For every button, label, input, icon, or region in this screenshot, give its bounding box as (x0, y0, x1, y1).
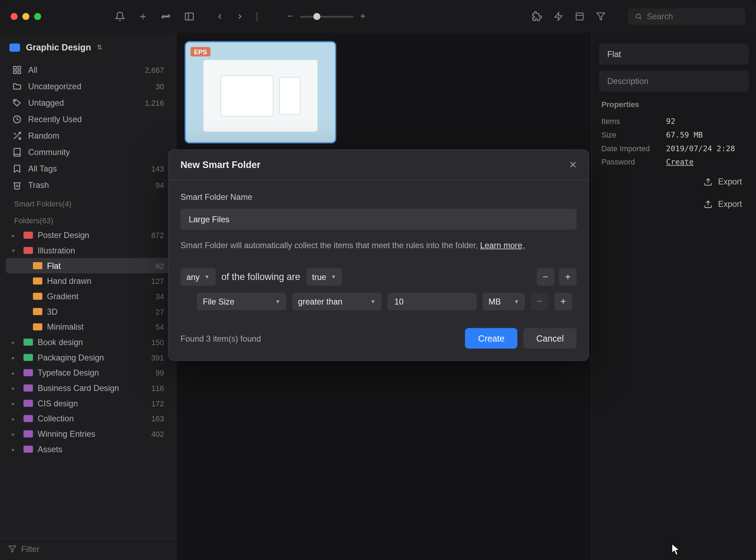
minimize-window-button[interactable] (22, 13, 29, 20)
folder-gradient[interactable]: Gradient34 (6, 289, 170, 304)
shuffle-icon (12, 131, 22, 141)
inspector-description[interactable]: Description (599, 71, 749, 92)
sidebar-item-all-tags[interactable]: All Tags143 (6, 161, 170, 177)
rule-value-input[interactable] (387, 293, 477, 310)
match-mode-select[interactable]: any▼ (181, 268, 216, 286)
sidebar-item-untagged[interactable]: Untagged1,216 (6, 94, 170, 111)
chevron-updown-icon: ⇅ (97, 43, 102, 51)
thumbnail-selected[interactable]: EPS (184, 41, 336, 144)
prop-items: Items92 (599, 115, 749, 128)
folder-flat[interactable]: Flat92 (6, 258, 170, 273)
folder-icon (33, 323, 42, 330)
folder-icon (23, 446, 33, 453)
close-window-button[interactable] (10, 13, 18, 20)
folder-icon (23, 247, 33, 254)
rule-field-select[interactable]: File Size▼ (197, 293, 286, 310)
folder-packaging-design[interactable]: ▸Packaging Design391 (6, 350, 170, 365)
library-selector[interactable]: Graphic Design ⇅ (0, 37, 176, 57)
folder-collection[interactable]: ▸Collection163 (6, 411, 170, 426)
maximize-window-button[interactable] (34, 13, 41, 20)
remove-rule-button[interactable]: − (531, 293, 548, 310)
smart-folders-header: Smart Folders(4) (6, 194, 170, 211)
create-button[interactable]: Create (465, 328, 518, 349)
dialog-title: New Smart Folder (181, 160, 260, 170)
folder-poster-design[interactable]: ▸Poster Design872 (6, 227, 170, 243)
svg-marker-19 (9, 546, 16, 552)
cancel-button[interactable]: Cancel (523, 328, 576, 349)
folder-typeface-design[interactable]: ▸Typeface Design99 (6, 365, 170, 380)
filter-icon[interactable] (596, 12, 606, 21)
export-button-1[interactable]: Export (650, 172, 749, 191)
rule-operator-select[interactable]: greater than▼ (292, 293, 382, 310)
chevron-icon: ▾ (12, 247, 19, 253)
svg-rect-12 (14, 71, 16, 74)
folder-illustration[interactable]: ▾Illustration (6, 243, 170, 258)
trash-icon (12, 181, 22, 190)
folder-minimalist[interactable]: Minimalist54 (6, 319, 170, 335)
grid-icon (12, 65, 22, 75)
sidebar-item-uncategorized[interactable]: Uncategorized30 (6, 78, 170, 94)
sidebar-item-recently-used[interactable]: Recently Used (6, 111, 170, 127)
sidebar-item-trash[interactable]: Trash94 (6, 177, 170, 194)
zoom-slider[interactable] (300, 16, 353, 18)
export-button-2[interactable]: Export (650, 195, 749, 214)
sidebar: Graphic Design ⇅ All2,667Uncategorized30… (0, 33, 176, 560)
prop-value: 2019/07/24 2:28 (666, 144, 735, 153)
add-rule-button[interactable]: + (554, 293, 572, 310)
search-icon (635, 12, 642, 21)
prop-size: Size67.59 MB (599, 128, 749, 142)
bell-icon[interactable] (115, 11, 125, 22)
nav-back-button[interactable] (216, 11, 224, 22)
rule-unit-select[interactable]: MB▼ (483, 293, 525, 310)
sidebar-item-random[interactable]: Random (6, 127, 170, 144)
folder-book-design[interactable]: ▸Book design150 (6, 335, 170, 350)
folder-icon (33, 262, 42, 269)
inspector-panel: Flat Description Properties Items92Size6… (592, 33, 756, 560)
folder-hand-drawn[interactable]: Hand drawn127 (6, 273, 170, 289)
name-label: Smart Folder Name (181, 192, 577, 202)
chevron-icon: ▸ (12, 232, 19, 238)
folder-icon (23, 369, 33, 376)
layout-icon[interactable] (575, 12, 584, 21)
prop-value[interactable]: Create (666, 158, 694, 166)
folder-icon (23, 400, 33, 407)
dialog-close-button[interactable]: ✕ (569, 159, 577, 170)
zoom-in-button[interactable]: + (360, 11, 366, 22)
folder-assets[interactable]: ▸Assets (6, 441, 170, 457)
sidebar-filter-box[interactable] (0, 538, 176, 560)
learn-more-link[interactable]: Learn more (480, 240, 522, 250)
folder-cis-design[interactable]: ▸CIS design172 (6, 396, 170, 411)
match-text: of the following are (221, 272, 300, 282)
remove-group-button[interactable]: − (537, 268, 554, 286)
add-group-button[interactable]: + (559, 268, 576, 286)
zoom-out-button[interactable]: − (288, 11, 293, 22)
nav-forward-button[interactable] (236, 11, 244, 22)
chevron-icon: ▸ (12, 415, 19, 422)
library-icon (9, 43, 20, 51)
sidebar-toggle-icon[interactable] (184, 11, 195, 22)
folder-winning-entries[interactable]: ▸Winning Entries402 (6, 426, 170, 442)
chevron-icon: ▸ (12, 446, 19, 452)
search-input[interactable] (647, 12, 738, 21)
smart-folder-name-input[interactable] (181, 209, 577, 230)
sidebar-item-all[interactable]: All2,667 (6, 62, 170, 78)
bolt-icon[interactable] (554, 12, 563, 21)
puzzle-icon[interactable] (531, 11, 542, 22)
svg-point-14 (15, 100, 15, 101)
svg-line-9 (640, 18, 641, 19)
tag-icon (12, 98, 22, 107)
folder-3d[interactable]: 3D27 (6, 304, 170, 319)
match-bool-select[interactable]: true▼ (306, 268, 342, 286)
search-box[interactable] (628, 8, 746, 25)
sidebar-item-community[interactable]: Community (6, 144, 170, 161)
inspector-title[interactable]: Flat (599, 43, 749, 64)
sidebar-filter-input[interactable] (21, 544, 167, 554)
chevron-icon: ▸ (12, 354, 19, 360)
transfer-icon[interactable] (161, 11, 171, 22)
plus-icon[interactable] (138, 11, 148, 22)
folder-business-card-design[interactable]: ▸Business Card Design116 (6, 380, 170, 396)
dialog-description: Smart Folder will automatically collect … (181, 239, 577, 252)
folders-header: Folders(63) (6, 210, 170, 227)
folder-icon (33, 278, 42, 285)
folder-icon (23, 338, 33, 345)
